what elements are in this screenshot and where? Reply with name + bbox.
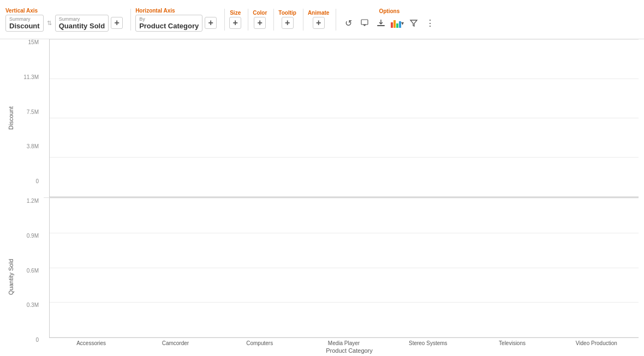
discount-gridlines xyxy=(50,39,639,197)
horizontal-axis-group: Horizontal Axis By Product Category + xyxy=(135,8,217,32)
toolbar-separator-1 xyxy=(130,9,131,31)
size-group: Size + xyxy=(229,10,241,29)
color-group: Color + xyxy=(253,10,267,29)
svg-marker-1 xyxy=(363,25,366,26)
y-tick: 0 xyxy=(35,178,39,184)
animate-group: Animate + xyxy=(308,10,329,29)
y-tick: 7.5M xyxy=(27,109,39,115)
add-color-button[interactable]: + xyxy=(254,17,266,29)
gridline xyxy=(50,79,639,79)
vertical-axis-fields: Summary Discount ⇅ Summary Quantity Sold… xyxy=(5,15,123,32)
annotate-button[interactable] xyxy=(357,15,372,31)
add-animate-button[interactable]: + xyxy=(313,17,325,29)
toolbar-separator-4 xyxy=(273,9,274,31)
quantity-y-label: Quantity Sold xyxy=(5,198,16,356)
x-label: Video Production xyxy=(554,338,639,346)
toolbar-separator-2 xyxy=(224,9,225,31)
add-vertical-button[interactable]: + xyxy=(111,17,123,29)
animate-label: Animate xyxy=(308,10,329,16)
vertical-separator-icon: ⇅ xyxy=(47,20,52,27)
filter-button[interactable] xyxy=(406,15,421,31)
gridline xyxy=(50,302,639,303)
x-label: Accessories xyxy=(49,338,133,346)
quantity-bars-wrapper xyxy=(49,198,639,338)
y-tick: 0 xyxy=(35,337,39,343)
quantity-field[interactable]: Summary Quantity Sold xyxy=(55,15,109,32)
gridline xyxy=(50,337,639,337)
y-tick: 0.3M xyxy=(27,302,39,308)
vertical-axis-group: Vertical Axis Summary Discount ⇅ Summary… xyxy=(5,8,123,32)
quantity-chart-row: Quantity Sold 00.3M0.6M0.9M1.2M Accessor… xyxy=(5,198,639,356)
add-tooltip-button[interactable]: + xyxy=(282,17,294,29)
toolbar-separator-3 xyxy=(248,9,248,31)
gridline xyxy=(50,39,639,40)
quantity-y-ticks: 00.3M0.6M0.9M1.2M xyxy=(16,198,41,343)
horizontal-axis-fields: By Product Category + xyxy=(135,15,217,32)
chart-type-icon xyxy=(391,18,401,28)
discount-y-label: Discount xyxy=(5,39,16,197)
options-group: Options ↺ ▾ ⋮ xyxy=(341,8,438,31)
y-tick: 3.8M xyxy=(27,143,39,149)
x-label: Computers xyxy=(218,338,302,346)
quantity-gridlines xyxy=(50,198,639,337)
category-main: Product Category xyxy=(139,22,199,30)
category-field[interactable]: By Product Category xyxy=(135,15,202,32)
x-axis-title: Product Category xyxy=(60,346,639,356)
quantity-chart-area: 00.3M0.6M0.9M1.2M AccessoriesCamcorderCo… xyxy=(16,198,639,356)
vertical-axis-label: Vertical Axis xyxy=(5,8,123,14)
x-label: Stereo Systems xyxy=(386,338,470,346)
svg-rect-0 xyxy=(361,20,368,25)
svg-rect-2 xyxy=(377,25,385,26)
discount-sub: Summary xyxy=(9,16,40,22)
charts-container: Discount 03.8M7.5M11.3M15M Quantity Sold… xyxy=(0,39,644,356)
gridline xyxy=(50,157,639,158)
toolbar-separator-6 xyxy=(336,9,336,31)
options-buttons: ↺ ▾ ⋮ xyxy=(341,15,438,31)
x-label: Media Player xyxy=(302,338,386,346)
y-tick: 11.3M xyxy=(23,74,39,80)
category-sub: By xyxy=(139,16,199,22)
discount-bars-wrapper xyxy=(49,39,639,197)
x-label: Camcorder xyxy=(133,338,217,346)
discount-chart-area: 03.8M7.5M11.3M15M xyxy=(16,39,639,197)
reset-button[interactable]: ↺ xyxy=(341,15,356,31)
add-size-button[interactable]: + xyxy=(229,17,241,29)
size-label: Size xyxy=(230,10,241,16)
gridline xyxy=(50,198,639,198)
gridline xyxy=(50,268,639,268)
discount-chart-row: Discount 03.8M7.5M11.3M15M xyxy=(5,39,639,197)
y-tick: 15M xyxy=(28,39,39,45)
color-label: Color xyxy=(253,10,267,16)
add-horizontal-button[interactable]: + xyxy=(205,17,217,29)
x-labels: AccessoriesCamcorderComputersMedia Playe… xyxy=(49,338,639,346)
chart-dropdown-arrow: ▾ xyxy=(401,20,404,26)
download-button[interactable] xyxy=(373,15,389,31)
toolbar-separator-5 xyxy=(303,9,303,31)
discount-main: Discount xyxy=(9,22,40,30)
tooltip-group: Tooltip + xyxy=(278,10,296,29)
y-tick: 1.2M xyxy=(27,198,39,204)
discount-field[interactable]: Summary Discount xyxy=(5,15,44,32)
more-button[interactable]: ⋮ xyxy=(422,15,438,31)
chart-type-button[interactable]: ▾ xyxy=(390,15,405,31)
y-tick: 0.6M xyxy=(27,268,39,274)
gridline xyxy=(50,196,639,197)
quantity-sub: Summary xyxy=(59,16,105,22)
discount-y-ticks: 03.8M7.5M11.3M15M xyxy=(16,39,41,184)
horizontal-axis-label: Horizontal Axis xyxy=(135,8,217,14)
tooltip-label: Tooltip xyxy=(278,10,296,16)
options-label: Options xyxy=(379,8,399,14)
toolbar: Vertical Axis Summary Discount ⇅ Summary… xyxy=(0,0,644,39)
gridline xyxy=(50,118,639,118)
quantity-main: Quantity Sold xyxy=(59,22,105,30)
y-tick: 0.9M xyxy=(27,233,39,239)
gridline xyxy=(50,233,639,233)
x-label: Televisions xyxy=(470,338,554,346)
